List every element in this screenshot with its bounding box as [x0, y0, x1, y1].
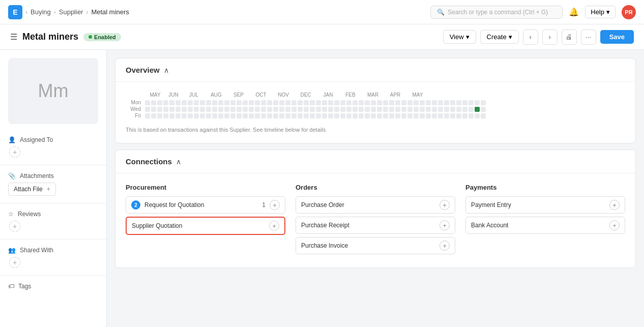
add-assigned-to-button[interactable]: + [9, 146, 20, 158]
heatmap-cell [395, 113, 400, 118]
heatmap-cell [298, 100, 303, 105]
heatmap-row-label-wed: Wed [126, 106, 144, 112]
orders-title: Orders [296, 184, 455, 191]
pi-add-button[interactable]: + [440, 241, 450, 251]
heatmap-cell [371, 100, 376, 105]
heatmap-cell [273, 100, 278, 105]
sidebar-toggle-icon[interactable]: ☰ [10, 32, 17, 42]
paperclip-icon: 📎 [8, 172, 16, 180]
attach-file-button[interactable]: Attach File + [8, 183, 56, 196]
view-button[interactable]: View ▾ [443, 30, 476, 44]
heatmap-cell [145, 107, 150, 112]
notification-bell-icon[interactable]: 🔔 [569, 7, 579, 17]
heatmap-cell [469, 107, 474, 112]
heatmap-cell [377, 107, 382, 112]
pr-add-button[interactable]: + [440, 220, 450, 230]
po-add-button[interactable]: + [440, 200, 450, 210]
divider2 [0, 203, 106, 203]
heatmap-cell [359, 113, 364, 118]
connections-panel: Connections ∧ Procurement 2 Request for … [115, 150, 636, 268]
month-mar: MAR [362, 92, 384, 98]
connection-request-for-quotation[interactable]: 2 Request for Quotation 1 + [126, 196, 285, 214]
heatmap-cell [310, 100, 315, 105]
print-button[interactable]: 🖨 [562, 29, 577, 45]
rfq-add-button[interactable]: + [270, 200, 280, 210]
pe-add-button[interactable]: + [609, 200, 620, 210]
tag-icon: 🏷 [8, 283, 14, 290]
heatmap-cell [469, 113, 474, 118]
heatmap-cell [401, 107, 406, 112]
heatmap-cell [432, 113, 437, 118]
heatmap-cell [383, 113, 388, 118]
heatmap-cell [230, 100, 236, 105]
connection-bank-account[interactable]: Bank Account + [465, 217, 625, 234]
heatmap-row-label-fri: Fri [126, 113, 144, 118]
month-sep: SEP [227, 92, 250, 98]
payments-section: Payments Payment Entry + Bank Account + [465, 184, 625, 257]
heatmap-cell [224, 113, 229, 118]
breadcrumb-supplier[interactable]: Supplier [59, 8, 83, 16]
user-avatar[interactable]: PR [622, 5, 636, 19]
create-button[interactable]: Create ▾ [480, 30, 519, 44]
heatmap-cell [444, 113, 449, 118]
connection-purchase-invoice[interactable]: Purchase Invoice + [296, 237, 455, 254]
pe-label: Payment Entry [471, 201, 605, 209]
month-oct: OCT [250, 92, 272, 98]
collapse-icon[interactable]: ∧ [164, 66, 169, 74]
status-dot-icon [89, 35, 92, 39]
add-review-button[interactable]: + [9, 221, 20, 232]
connection-purchase-order[interactable]: Purchase Order + [296, 196, 455, 214]
plus-icon: + [47, 186, 50, 193]
next-button[interactable]: › [542, 29, 558, 45]
reviews-label: ☆ Reviews [8, 211, 98, 218]
heatmap-cell [346, 107, 352, 112]
heatmap-cell [420, 100, 425, 105]
heatmap-cell [456, 100, 461, 105]
heatmap-row-label-mon: Mon [126, 100, 144, 105]
sq-add-button[interactable]: + [269, 221, 279, 231]
connections-grid: Procurement 2 Request for Quotation 1 + … [126, 184, 625, 257]
heatmap-cell [438, 113, 443, 118]
app-logo[interactable]: E [8, 5, 22, 19]
heatmap-cell [237, 100, 242, 105]
orders-section: Orders Purchase Order + Purchase Receipt… [296, 184, 455, 257]
help-button[interactable]: Help ▾ [585, 6, 616, 18]
divider4 [0, 275, 106, 276]
heatmap-cell [182, 100, 187, 105]
rfq-badge: 2 [131, 200, 140, 210]
top-navigation: E › Buying › Supplier › Metal miners 🔍 S… [0, 0, 644, 24]
heatmap-cell [365, 107, 370, 112]
more-options-button[interactable]: ··· [581, 29, 596, 45]
ba-add-button[interactable]: + [609, 220, 620, 230]
save-button[interactable]: Save [600, 30, 634, 44]
heatmap-cell [285, 107, 290, 112]
month-may2: MAY [406, 92, 429, 98]
month-jun: JUN [164, 92, 183, 98]
month-jan: JAN [317, 92, 339, 98]
heatmap-cell [169, 107, 174, 112]
add-shared-with-button[interactable]: + [9, 257, 20, 268]
heatmap-cell [420, 113, 425, 118]
breadcrumb-buying[interactable]: Buying [31, 8, 51, 16]
connection-payment-entry[interactable]: Payment Entry + [465, 196, 625, 214]
heatmap-cell [328, 107, 333, 112]
divider3 [0, 239, 106, 240]
heatmap-cell [285, 100, 290, 105]
overview-panel: Overview ∧ MAY JUN JUL AUG SEP OCT NOV D… [115, 58, 636, 143]
heatmap-cell [291, 113, 297, 118]
prev-button[interactable]: ‹ [523, 29, 538, 45]
heatmap-cell [212, 100, 217, 105]
heatmap-cell [353, 107, 358, 112]
connections-collapse-icon[interactable]: ∧ [176, 158, 181, 166]
heatmap-cell [145, 113, 150, 118]
search-bar[interactable]: 🔍 Search or type a command (Ctrl + G) [430, 6, 563, 19]
connection-purchase-receipt[interactable]: Purchase Receipt + [296, 217, 455, 234]
connection-supplier-quotation[interactable]: Supplier Quotation + [126, 217, 285, 235]
heatmap-cell [377, 100, 382, 105]
heatmap-cell [383, 100, 388, 105]
heatmap-cell [163, 113, 168, 118]
heatmap-cell [273, 107, 278, 112]
po-label: Purchase Order [301, 201, 435, 209]
sidebar: Mm 👤 Assigned To + 📎 Attachments Attach … [0, 50, 107, 327]
heatmap-cell [200, 100, 205, 105]
